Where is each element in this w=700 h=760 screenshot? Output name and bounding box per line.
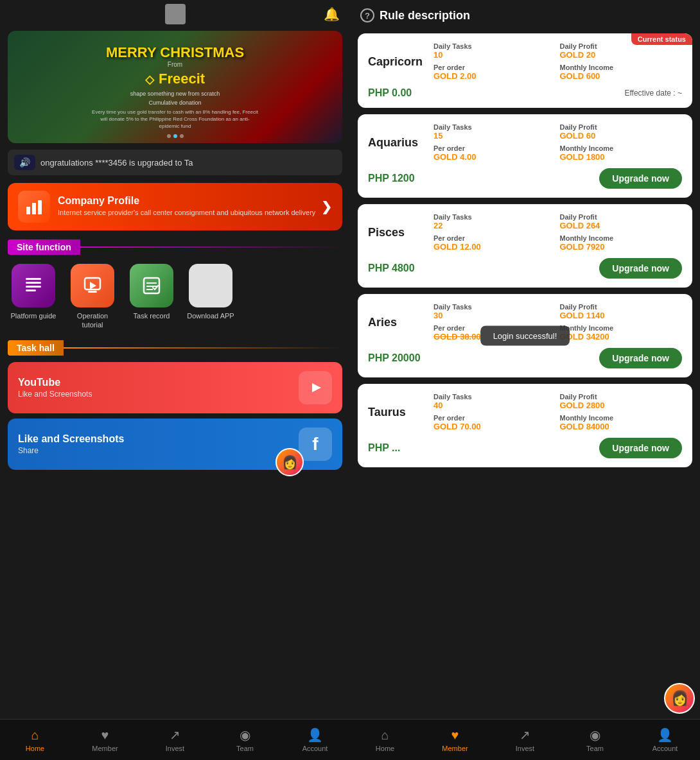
svg-rect-0 <box>26 207 30 214</box>
company-profile-button[interactable]: Company Profile Internet service provide… <box>8 183 342 230</box>
banner-desc: Every time you use gold transfer to cash… <box>92 108 259 130</box>
aries-price: PHP 20000 <box>368 352 421 364</box>
rule-description-icon: ? <box>360 8 374 22</box>
operation-tutorial-label: Operationtutorial <box>77 311 108 330</box>
aries-upgrade-btn[interactable]: Upgrade now <box>599 348 682 368</box>
capricorn-daily-tasks: Daily Tasks 10 <box>433 42 556 60</box>
pisces-card: Pisces Daily Tasks 22 Daily Profit GOLD … <box>358 204 692 288</box>
bottom-nav: ⌂ Home ♥ Member ↗ Invest ◉ Team 👤 Accoun… <box>0 719 350 760</box>
nav-invest[interactable]: ↗ Invest <box>140 720 210 760</box>
volume-icon[interactable]: 🔊 <box>14 155 35 170</box>
func-task-record[interactable]: Task record <box>126 264 177 330</box>
bell-icon[interactable]: 🔔 <box>324 6 340 22</box>
capricorn-bottom: PHP 0.00 Effective date : ~ <box>368 87 682 99</box>
taurus-daily-tasks: Daily Tasks 40 <box>433 393 556 410</box>
left-panel: 🔔 MERRY CHRISTMAS From ◇ Freecit shape s… <box>0 0 350 760</box>
platform-guide-label: Platform guide <box>11 311 57 320</box>
svg-marker-14 <box>312 383 321 392</box>
account-icon: 👤 <box>307 727 323 743</box>
func-operation-tutorial[interactable]: Operationtutorial <box>67 264 118 330</box>
banner-brand: ◇ Freecit <box>92 68 259 88</box>
func-platform-guide[interactable]: Platform guide <box>8 264 59 330</box>
right-team-icon: ◉ <box>590 727 600 743</box>
pisces-daily-tasks: Daily Tasks 22 <box>433 213 556 230</box>
svg-rect-5 <box>26 286 41 288</box>
task-hall-cards: YouTube Like and Screenshots Like and Sc… <box>8 362 342 470</box>
svg-rect-2 <box>38 200 42 214</box>
taurus-upgrade-btn[interactable]: Upgrade now <box>599 438 682 458</box>
func-download-app[interactable]: Download APP <box>185 264 236 330</box>
banner-content: MERRY CHRISTMAS From ◇ Freecit shape som… <box>85 38 265 137</box>
right-panel: ? Rule description Current status Capric… <box>350 0 700 760</box>
home-icon: ⌂ <box>31 728 39 743</box>
pisces-name: Pisces <box>368 213 426 252</box>
platform-guide-icon <box>12 264 55 307</box>
aquarius-upgrade-btn[interactable]: Upgrade now <box>599 168 682 189</box>
facebook-task-card[interactable]: Like and Screenshots Share f 👩 <box>8 419 342 470</box>
right-bottom-nav: ⌂ Home ♥ Member ↗ Invest ◉ Team 👤 Accoun… <box>350 719 700 760</box>
pisces-bottom: PHP 4800 Upgrade now <box>368 258 682 279</box>
company-text: Company Profile Internet service provide… <box>58 195 321 218</box>
taurus-price: PHP ... <box>368 442 400 454</box>
aquarius-stats: Daily Tasks 15 Daily Profit GOLD 60 Per … <box>433 123 682 162</box>
aries-daily-profit: Daily Profit GOLD 1140 <box>560 303 683 320</box>
chat-support-avatar[interactable]: 👩 <box>664 683 695 714</box>
right-nav-invest-label: Invest <box>516 745 534 752</box>
taurus-bottom: PHP ... Upgrade now <box>368 438 682 458</box>
aquarius-price: PHP 1200 <box>368 173 415 184</box>
nav-team[interactable]: ◉ Team <box>210 720 280 760</box>
aries-card: Aries Daily Tasks 30 Daily Profit GOLD 1… <box>358 294 692 377</box>
nav-member-label: Member <box>92 745 118 752</box>
aries-name: Aries <box>368 303 426 341</box>
pisces-monthly-income: Monthly Income GOLD 7920 <box>560 234 683 252</box>
current-status-badge: Current status <box>631 33 692 45</box>
aquarius-monthly-income: Monthly Income GOLD 1800 <box>560 144 683 162</box>
right-nav-team[interactable]: ◉ Team <box>560 720 630 760</box>
pisces-upgrade-btn[interactable]: Upgrade now <box>599 258 682 279</box>
task-record-icon <box>130 264 173 307</box>
facebook-subtitle: Share <box>18 446 124 455</box>
site-function-header: Site function <box>8 239 342 255</box>
site-functions-grid: Platform guide Operationtutorial <box>8 261 342 332</box>
right-nav-home-label: Home <box>376 745 394 752</box>
right-nav-member[interactable]: ♥ Member <box>420 720 490 760</box>
right-nav-invest[interactable]: ↗ Invest <box>490 720 560 760</box>
capricorn-price: PHP 0.00 <box>368 87 412 99</box>
nav-account-label: Account <box>302 745 328 752</box>
task-record-label: Task record <box>134 311 170 320</box>
aquarius-card: Aquarius Daily Tasks 15 Daily Profit GOL… <box>358 114 692 198</box>
right-nav-account-label: Account <box>652 745 678 752</box>
site-function-line <box>80 246 342 248</box>
team-icon: ◉ <box>240 727 250 743</box>
right-nav-account[interactable]: 👤 Account <box>630 720 700 760</box>
facebook-icon: f <box>299 428 332 461</box>
youtube-icon <box>299 371 332 404</box>
pisces-daily-profit: Daily Profit GOLD 264 <box>560 213 683 230</box>
banner-tagline: shape something new from scratch <box>92 91 259 97</box>
nav-member[interactable]: ♥ Member <box>70 720 140 760</box>
svg-rect-4 <box>26 282 41 284</box>
company-icon <box>18 191 50 223</box>
right-account-icon: 👤 <box>657 727 673 743</box>
youtube-task-card[interactable]: YouTube Like and Screenshots <box>8 362 342 413</box>
capricorn-per-order: Per order GOLD 2.00 <box>433 64 556 81</box>
pisces-price: PHP 4800 <box>368 263 415 274</box>
taurus-per-order: Per order GOLD 70.00 <box>433 414 556 431</box>
banner-dots <box>167 134 184 138</box>
download-app-icon <box>189 264 232 307</box>
taurus-card: Taurus Daily Tasks 40 Daily Profit GOLD … <box>358 384 692 467</box>
company-desc: Internet service provider's call center … <box>58 208 321 218</box>
nav-account[interactable]: 👤 Account <box>280 720 350 760</box>
pisces-top: Pisces Daily Tasks 22 Daily Profit GOLD … <box>368 213 682 252</box>
taurus-monthly-income: Monthly Income GOLD 84000 <box>560 414 683 431</box>
aquarius-top: Aquarius Daily Tasks 15 Daily Profit GOL… <box>368 123 682 162</box>
banner: MERRY CHRISTMAS From ◇ Freecit shape som… <box>8 31 342 143</box>
pisces-per-order: Per order GOLD 12.00 <box>433 234 556 252</box>
taurus-stats: Daily Tasks 40 Daily Profit GOLD 2800 Pe… <box>433 393 682 431</box>
login-toast: Login successful! <box>480 326 570 346</box>
nav-home[interactable]: ⌂ Home <box>0 720 70 760</box>
taurus-name: Taurus <box>368 393 426 431</box>
capricorn-name: Capricorn <box>368 42 426 81</box>
site-function-label: Site function <box>8 239 80 255</box>
right-nav-home[interactable]: ⌂ Home <box>350 720 420 760</box>
